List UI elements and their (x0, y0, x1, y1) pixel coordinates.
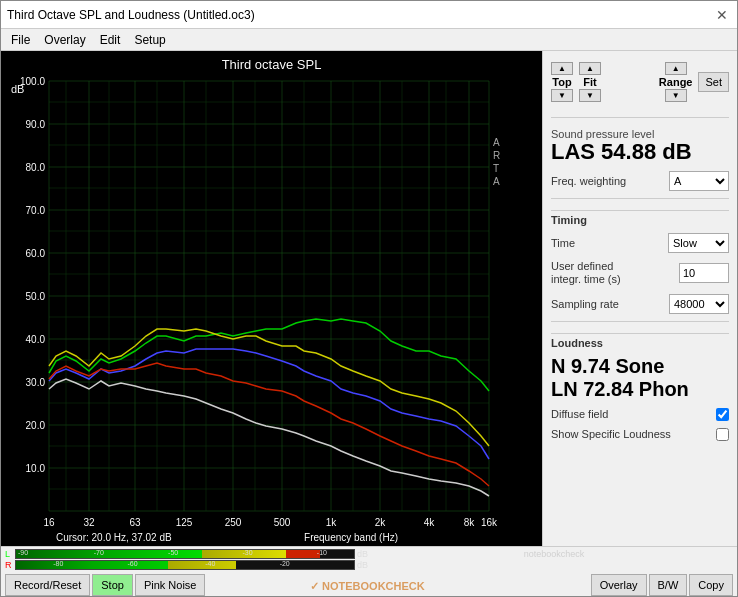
specific-loudness-label: Show Specific Loudness (551, 428, 671, 440)
time-select[interactable]: SlowFastImpulse (668, 233, 729, 253)
fit-up-button[interactable]: ▲ (579, 62, 601, 75)
freq-weighting-label: Freq. weighting (551, 175, 626, 187)
title-bar: Third Octave SPL and Loudness (Untitled.… (1, 1, 737, 29)
chart-svg: Third octave SPL A R T A dB (1, 51, 542, 546)
window-title: Third Octave SPL and Loudness (Untitled.… (7, 8, 255, 22)
bottom-bar: L -90 -70 -50 -30 -10 (1, 546, 737, 596)
range-control-group: ▲ Range ▼ (659, 62, 693, 102)
set-control-group: Set (698, 57, 729, 107)
svg-rect-0 (1, 51, 542, 546)
svg-text:32: 32 (83, 517, 95, 528)
action-buttons: Record/Reset Stop Pink Noise ✓ NOTEBOOKC… (1, 572, 737, 597)
overlay-button[interactable]: Overlay (591, 574, 647, 596)
arta-label-r: R (493, 150, 500, 161)
svg-text:50.0: 50.0 (26, 291, 46, 302)
sampling-row: Sampling rate 441004800096000 (551, 294, 729, 314)
integr-label: User defined integr. time (s) (551, 260, 641, 286)
timing-header: Timing (551, 210, 729, 226)
main-content: Third octave SPL A R T A dB (1, 51, 737, 546)
right-meter-ticks: -80 -60 -40 -20 (16, 561, 354, 569)
menu-overlay[interactable]: Overlay (38, 32, 91, 48)
svg-text:1k: 1k (326, 517, 338, 528)
spl-section: Sound pressure level LAS 54.88 dB (551, 128, 729, 164)
freq-weighting-select[interactable]: ABCZ (669, 171, 729, 191)
specific-loudness-checkbox[interactable] (716, 428, 729, 441)
range-label: Range (659, 76, 693, 88)
loudness-section: N 9.74 Sone LN 72.84 Phon (551, 355, 729, 401)
top-label: Top (552, 76, 571, 88)
svg-text:16: 16 (43, 517, 55, 528)
left-meter-row: L -90 -70 -50 -30 -10 (5, 549, 733, 559)
svg-text:✓ NOTEBOOKCHECK: ✓ NOTEBOOKCHECK (310, 580, 425, 592)
svg-text:100.0: 100.0 (20, 76, 45, 87)
svg-text:63: 63 (129, 517, 141, 528)
svg-text:40.0: 40.0 (26, 334, 46, 345)
diffuse-field-row: Diffuse field (551, 408, 729, 421)
chart-area: Third octave SPL A R T A dB (1, 51, 542, 546)
sampling-label: Sampling rate (551, 298, 619, 310)
main-window: Third Octave SPL and Loudness (Untitled.… (0, 0, 738, 597)
diffuse-field-checkbox[interactable] (716, 408, 729, 421)
top-up-button[interactable]: ▲ (551, 62, 573, 75)
integr-input[interactable]: 10 (679, 263, 729, 283)
svg-text:80.0: 80.0 (26, 162, 46, 173)
watermark-svg: ✓ NOTEBOOKCHECK (308, 574, 488, 596)
menu-setup[interactable]: Setup (128, 32, 171, 48)
diffuse-field-label: Diffuse field (551, 408, 608, 420)
right-meter-label: R (5, 560, 13, 570)
pink-noise-button[interactable]: Pink Noise (135, 574, 206, 596)
time-row: Time SlowFastImpulse (551, 233, 729, 253)
svg-text:10.0: 10.0 (26, 463, 46, 474)
svg-text:60.0: 60.0 (26, 248, 46, 259)
specific-loudness-row: Show Specific Loudness (551, 428, 729, 441)
menu-file[interactable]: File (5, 32, 36, 48)
loudness-value-2: LN 72.84 Phon (551, 378, 729, 401)
bw-button[interactable]: B/W (649, 574, 688, 596)
chart-title: Third octave SPL (222, 57, 322, 72)
svg-text:125: 125 (176, 517, 193, 528)
left-meter-ticks: -90 -70 -50 -30 -10 (16, 550, 354, 558)
watermark-container: ✓ NOTEBOOKCHECK (207, 574, 588, 596)
top-down-button[interactable]: ▼ (551, 89, 573, 102)
svg-text:30.0: 30.0 (26, 377, 46, 388)
close-button[interactable]: ✕ (713, 6, 731, 24)
time-label: Time (551, 237, 575, 249)
integr-row: User defined integr. time (s) 10 (551, 260, 729, 286)
svg-text:70.0: 70.0 (26, 205, 46, 216)
arta-label-t: T (493, 163, 499, 174)
svg-text:16k: 16k (481, 517, 498, 528)
svg-text:250: 250 (225, 517, 242, 528)
loudness-value-1: N 9.74 Sone (551, 355, 729, 378)
right-meter-row: R -80 -60 -40 -20 dB (5, 560, 733, 570)
right-meter-unit: dB (357, 560, 373, 570)
freq-weighting-row: Freq. weighting ABCZ (551, 171, 729, 191)
level-meters: L -90 -70 -50 -30 -10 (1, 547, 737, 572)
svg-text:2k: 2k (375, 517, 387, 528)
cursor-text: Cursor: 20.0 Hz, 37.02 dB (56, 532, 172, 543)
menu-bar: File Overlay Edit Setup (1, 29, 737, 51)
set-button[interactable]: Set (698, 72, 729, 92)
fit-down-button[interactable]: ▼ (579, 89, 601, 102)
range-up-button[interactable]: ▲ (665, 62, 687, 75)
svg-text:4k: 4k (424, 517, 436, 528)
loudness-header: Loudness (551, 333, 729, 349)
record-reset-button[interactable]: Record/Reset (5, 574, 90, 596)
fit-control-group: ▲ Fit ▼ (579, 62, 601, 102)
left-meter-bar: -90 -70 -50 -30 -10 (15, 549, 355, 559)
side-panel: ▲ Top ▼ ▲ Fit ▼ ▲ Range ▼ Set (542, 51, 737, 546)
sampling-select[interactable]: 441004800096000 (669, 294, 729, 314)
copy-button[interactable]: Copy (689, 574, 733, 596)
svg-text:20.0: 20.0 (26, 420, 46, 431)
range-down-button[interactable]: ▼ (665, 89, 687, 102)
menu-edit[interactable]: Edit (94, 32, 127, 48)
svg-text:8k: 8k (464, 517, 476, 528)
arta-label: A (493, 137, 500, 148)
arta-label-a2: A (493, 176, 500, 187)
right-meter-bar: -80 -60 -40 -20 (15, 560, 355, 570)
left-meter-unit: dB (357, 549, 373, 559)
fit-label: Fit (583, 76, 596, 88)
top-control-group: ▲ Top ▼ (551, 62, 573, 102)
freq-band-label: Frequency band (Hz) (304, 532, 398, 543)
watermark-area: notebookcheck (375, 549, 733, 559)
stop-button[interactable]: Stop (92, 574, 133, 596)
